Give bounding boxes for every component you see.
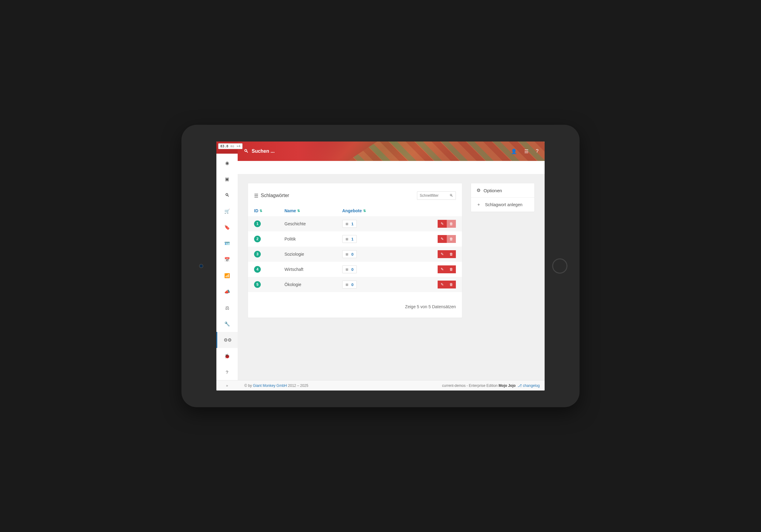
gavel-icon: ⚖ xyxy=(225,305,229,311)
delete-button: 🗑 xyxy=(447,235,456,243)
id-badge: 1 xyxy=(254,221,261,227)
sort-icon: ⇅ xyxy=(297,209,300,213)
row-name: Ökologie xyxy=(284,282,342,287)
id-badge: 5 xyxy=(254,281,261,288)
changelog-link[interactable]: changelog xyxy=(523,384,540,388)
performance-badge[interactable]: 83.8 ms ×4 xyxy=(218,143,243,149)
wrench-icon: 🔧 xyxy=(224,321,230,327)
header-actions: 👤 ☰ ? xyxy=(511,148,539,154)
header-help-icon[interactable]: ? xyxy=(536,148,539,154)
sidebar-expand-button[interactable]: » xyxy=(216,381,238,391)
table-row: 3Soziologie⊞0✎🗑 xyxy=(248,246,462,262)
keywords-table: ID⇅ Name⇅ Angebote⇅ 1Geschichte⊞1✎🗑2Poli… xyxy=(248,205,462,292)
content-area: ☰ Schlagwörter 🔍︎ ID⇅ Name⇅ Angebote⇅ xyxy=(238,174,545,324)
sidebar-item-idcard[interactable]: 🪪 xyxy=(216,235,238,251)
options-card: ⚙ Optionen ＋ Schlagwort anlegen xyxy=(471,184,534,212)
keywords-card: ☰ Schlagwörter 🔍︎ ID⇅ Name⇅ Angebote⇅ xyxy=(248,184,462,318)
home-button[interactable] xyxy=(552,258,567,274)
footer-right: current-demos - Enterprise Edition Mojo … xyxy=(442,384,540,388)
edit-button[interactable]: ✎ xyxy=(438,265,447,273)
sidebar-item-bug[interactable]: 🐞 xyxy=(216,348,238,364)
app-screen: 83.8 ms ×4 ◉ ▣ 🔍︎ 🛒 🔖 🪪 📅 📶 📣 ⚖ 🔧 ⚙⚙ 🐞 ?… xyxy=(216,141,545,391)
search-input[interactable] xyxy=(252,148,316,154)
grid-icon: ⊞ xyxy=(346,283,348,287)
id-badge: 4 xyxy=(254,266,261,273)
sidebar-item-bookmark[interactable]: 🔖 xyxy=(216,219,238,235)
row-name: Wirtschaft xyxy=(284,267,342,272)
edit-button[interactable]: ✎ xyxy=(438,220,447,228)
sort-icon: ⇅ xyxy=(260,209,262,213)
column-id[interactable]: ID⇅ xyxy=(254,208,284,213)
sidebar-item-stats[interactable]: 📶 xyxy=(216,268,238,284)
table-body: 1Geschichte⊞1✎🗑2Politik⊞1✎🗑3Soziologie⊞0… xyxy=(248,216,462,292)
footer: » © by Giant Monkey GmbH 2012 – 2025 cur… xyxy=(216,380,545,391)
column-name[interactable]: Name⇅ xyxy=(284,208,342,213)
sidebar-item-calendar[interactable]: 📅 xyxy=(216,251,238,268)
stats-icon: 📶 xyxy=(224,273,230,279)
table-footer-text: Zeige 5 von 5 Datensätzen xyxy=(405,304,456,309)
dashboard-icon: ◉ xyxy=(225,160,229,166)
sidebar-item-settings[interactable]: ⚙⚙ xyxy=(216,332,238,348)
company-link[interactable]: Giant Monkey GmbH xyxy=(253,384,287,388)
cogs-icon: ⚙⚙ xyxy=(224,337,232,343)
perf-time: 83.8 xyxy=(220,144,229,148)
calendar-check-icon: 📅 xyxy=(224,257,230,262)
card-title-text: Schlagwörter xyxy=(261,193,289,198)
quick-filter[interactable]: 🔍︎ xyxy=(417,191,456,200)
row-name: Politik xyxy=(284,237,342,241)
sidebar-item-inbox[interactable]: ▣ xyxy=(216,171,238,187)
table-header: ID⇅ Name⇅ Angebote⇅ xyxy=(248,205,462,216)
offer-count-badge[interactable]: ⊞0 xyxy=(342,281,357,289)
sidebar-item-search[interactable]: 🔍︎ xyxy=(216,187,238,203)
footer-user: Mojo Jojo xyxy=(499,384,516,388)
card-header: ☰ Schlagwörter 🔍︎ xyxy=(248,188,462,205)
id-card-icon: 🪪 xyxy=(224,241,230,246)
delete-button[interactable]: 🗑 xyxy=(447,250,456,258)
offer-count-badge[interactable]: ⊞0 xyxy=(342,250,357,258)
table-row: 2Politik⊞1✎🗑 xyxy=(248,231,462,246)
inbox-icon: ▣ xyxy=(225,177,229,182)
options-title-text: Optionen xyxy=(484,188,502,193)
plus-icon: ＋ xyxy=(477,202,481,207)
table-row: 5Ökologie⊞0✎🗑 xyxy=(248,277,462,292)
id-badge: 3 xyxy=(254,251,261,257)
create-keyword-label: Schlagwort anlegen xyxy=(485,202,522,207)
options-title: ⚙ Optionen xyxy=(471,184,534,197)
edit-button[interactable]: ✎ xyxy=(438,281,447,289)
cart-icon: 🛒 xyxy=(224,209,230,214)
megaphone-icon: 📣 xyxy=(224,289,230,294)
bug-icon: 🐞 xyxy=(224,353,230,359)
offer-count-badge[interactable]: ⊞0 xyxy=(342,265,357,273)
header-user-icon[interactable]: 👤 xyxy=(511,148,517,154)
header-menu-icon[interactable]: ☰ xyxy=(524,148,529,154)
sidebar: ◉ ▣ 🔍︎ 🛒 🔖 🪪 📅 📶 📣 ⚖ 🔧 ⚙⚙ 🐞 ? xyxy=(216,141,238,380)
grid-icon: ⊞ xyxy=(346,237,348,241)
column-angebote[interactable]: Angebote⇅ xyxy=(342,208,419,213)
row-name: Geschichte xyxy=(284,221,342,226)
id-badge: 2 xyxy=(254,236,261,242)
sidebar-item-announce[interactable]: 📣 xyxy=(216,284,238,300)
sidebar-item-wrench[interactable]: 🔧 xyxy=(216,316,238,332)
create-keyword-button[interactable]: ＋ Schlagwort anlegen xyxy=(471,197,534,212)
offer-count: 1 xyxy=(351,222,353,226)
offer-count-badge[interactable]: ⊞1 xyxy=(342,235,357,243)
footer-copyright: © by Giant Monkey GmbH 2012 – 2025 xyxy=(238,384,442,388)
quick-filter-input[interactable] xyxy=(420,193,447,198)
sidebar-item-dashboard[interactable]: ◉ xyxy=(216,155,238,171)
search-icon: 🔍︎ xyxy=(225,192,229,198)
header-search[interactable]: 🔍︎ xyxy=(244,148,316,154)
offer-count: 0 xyxy=(351,252,353,257)
offer-count: 1 xyxy=(351,237,353,241)
search-icon[interactable]: 🔍︎ xyxy=(449,193,453,198)
offer-count-badge[interactable]: ⊞1 xyxy=(342,220,357,228)
sidebar-item-gavel[interactable]: ⚖ xyxy=(216,300,238,316)
delete-button[interactable]: 🗑 xyxy=(447,281,456,289)
sidebar-item-cart[interactable]: 🛒 xyxy=(216,203,238,219)
bookmark-icon: 🔖 xyxy=(224,225,230,230)
grid-icon: ⊞ xyxy=(346,252,348,256)
edit-button[interactable]: ✎ xyxy=(438,235,447,243)
edit-button[interactable]: ✎ xyxy=(438,250,447,258)
delete-button[interactable]: 🗑 xyxy=(447,265,456,273)
table-footer: Zeige 5 von 5 Datensätzen xyxy=(248,292,462,309)
sidebar-item-help[interactable]: ? xyxy=(216,364,238,380)
